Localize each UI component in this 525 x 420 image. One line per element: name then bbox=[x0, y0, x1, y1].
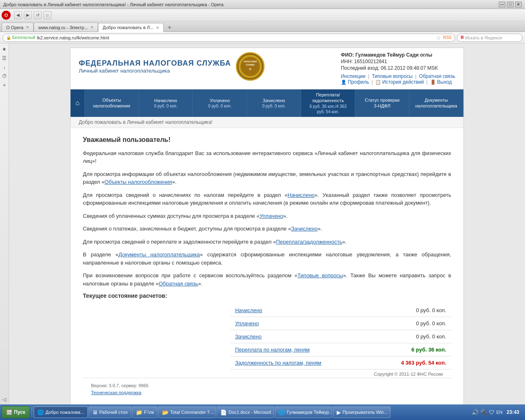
paragraph-3: Для просмотра сведений о начислениях по … bbox=[83, 191, 451, 207]
state-paid-link[interactable]: Уплачено bbox=[235, 320, 259, 326]
state-accrued-link[interactable]: Начислено bbox=[235, 307, 262, 313]
back-button[interactable]: ◀ bbox=[14, 11, 22, 19]
address-bar[interactable]: 🔒 Безопасный lk2.service.nalog.ru/lk/wel… bbox=[2, 34, 455, 42]
credited-link[interactable]: Зачислено bbox=[291, 226, 318, 232]
maximize-btn[interactable]: □ bbox=[507, 2, 514, 7]
footer-version: Версия: 3.0.7, сервер: 9965 bbox=[91, 383, 148, 388]
nav-accrued[interactable]: Начислено 0 руб. 0 коп. bbox=[139, 89, 193, 117]
sidebar-collapse-icon[interactable]: ◁ bbox=[1, 396, 8, 403]
minimize-btn[interactable]: — bbox=[499, 2, 505, 7]
site-footer: Версия: 3.0.7, сервер: 9965 Техническая … bbox=[83, 378, 451, 400]
nav-credited[interactable]: Зачислено 0 руб. 0 коп. bbox=[247, 89, 301, 117]
inspections-link[interactable]: Инспекции bbox=[341, 73, 365, 79]
forward-button[interactable]: ▶ bbox=[24, 11, 32, 19]
nav-objects[interactable]: Объектыналогообложения bbox=[85, 89, 139, 117]
nav-overpayment[interactable]: Переплата/задолженность 6 руб. 36 коп./4… bbox=[301, 89, 355, 117]
taskbar-btn-mediaplayer-label: Проигрыватель Win... bbox=[342, 410, 388, 415]
nav-home-button[interactable]: ⌂ bbox=[71, 89, 85, 117]
nav-paid[interactable]: Уплачено 0 руб. 0 коп. bbox=[193, 89, 247, 117]
window-controls[interactable]: — □ ✕ bbox=[499, 2, 522, 7]
taskbar-btn-desktop-icon: 🖥 bbox=[92, 409, 98, 415]
taskbar-btn-desktop[interactable]: 🖥 Рабочий стол bbox=[89, 406, 131, 418]
svg-text:СЛУЖБА: СЛУЖБА bbox=[246, 64, 255, 66]
page-content: ФЕДЕРАЛЬНАЯ НАЛОГОВАЯ СЛУЖБА Личный каби… bbox=[9, 43, 525, 404]
sidebar-download-icon[interactable]: ↓ bbox=[1, 64, 8, 71]
taskbar-btn-totalcmd[interactable]: 📂 Total Commander 7.... bbox=[158, 406, 216, 418]
welcome-heading: Уважаемый пользователь! bbox=[83, 136, 451, 144]
reload-button[interactable]: ↺ bbox=[34, 11, 42, 19]
site-subtitle: Личный кабинет налогоплательщика bbox=[79, 68, 231, 74]
nav-documents[interactable]: Документыналогоплательщика bbox=[409, 89, 463, 117]
address-bar-row: 🔒 Безопасный lk2.service.nalog.ru/lk/wel… bbox=[0, 32, 525, 43]
typical-q-link[interactable]: Типовые вопросы bbox=[297, 272, 343, 278]
history-link[interactable]: История действий bbox=[382, 79, 424, 85]
start-button[interactable]: 🪟 Пуск bbox=[2, 406, 30, 418]
sidebar-menu-icon[interactable]: ☰ bbox=[1, 55, 8, 62]
state-credited-link[interactable]: Зачислено bbox=[235, 333, 262, 340]
taskbar-btn-nalog[interactable]: 🌐 Гулмамедов Теймур... bbox=[275, 406, 332, 418]
taskbar-btn-word-label: Doc1.docx - Microsof... bbox=[228, 410, 274, 415]
close-btn[interactable]: ✕ bbox=[515, 2, 522, 7]
tab-opera[interactable]: O Opera ✕ bbox=[2, 23, 34, 32]
title-bar: Добро пожаловать в Личный кабинет налого… bbox=[0, 0, 525, 9]
taskbar-btn-folder-label: F:\лк bbox=[144, 410, 154, 415]
logout-link[interactable]: Выход bbox=[437, 79, 452, 85]
profile-link[interactable]: Профиль bbox=[348, 79, 369, 85]
support-link[interactable]: Техническая поддержка bbox=[91, 390, 142, 395]
tab-opera-close[interactable]: ✕ bbox=[26, 25, 29, 30]
taskbar-btn-browser[interactable]: 🌐 Добро пожалова... bbox=[34, 406, 88, 418]
feedback-link[interactable]: Обратная связь bbox=[419, 73, 455, 79]
home-button[interactable]: ⌂ bbox=[43, 11, 52, 19]
paragraph-2: Для просмотра информации об объектах нал… bbox=[83, 170, 451, 186]
breadcrumb-text: Добро пожаловать в Личный кабинет налого… bbox=[79, 119, 212, 125]
site-title: ФЕДЕРАЛЬНАЯ НАЛОГОВАЯ СЛУЖБА bbox=[79, 59, 231, 68]
nav-bar: ⌂ Объектыналогообложения Начислено 0 руб… bbox=[71, 89, 463, 117]
nav-3ndfl[interactable]: Статус проверки3-НДФЛ bbox=[355, 89, 409, 117]
taskbar-btn-folder[interactable]: 📁 F:\лк bbox=[132, 406, 158, 418]
taskbar-btn-browser-label: Добро пожалова... bbox=[46, 410, 84, 415]
system-clock: 23:43 bbox=[504, 409, 522, 415]
taskbar-btn-word[interactable]: 📄 Doc1.docx - Microsof... bbox=[217, 406, 274, 418]
typical-questions-link[interactable]: Типовые вопросы bbox=[372, 73, 413, 79]
bookmark-star-icon[interactable]: ☆ bbox=[436, 34, 441, 41]
table-row-debt: Задолженность по налогам, пеням 4 363 ру… bbox=[230, 356, 451, 370]
taskbar-divider-1 bbox=[32, 407, 32, 417]
sidebar-history-icon[interactable]: ⏱ bbox=[1, 73, 8, 80]
tray-antivirus-icon[interactable]: 🛡 bbox=[489, 409, 495, 415]
table-row-paid: Уплачено 0 руб. 0 коп. bbox=[230, 317, 451, 330]
sidebar-add-icon[interactable]: + bbox=[1, 82, 8, 89]
taskbar-btn-mediaplayer-icon: ▶ bbox=[337, 409, 341, 415]
paragraph-4: Сведения об уплаченных суммах доступны д… bbox=[83, 212, 451, 220]
sidebar-bookmark-icon[interactable]: ★ bbox=[1, 46, 8, 52]
state-debt-link[interactable]: Задолженность по налогам, пеням bbox=[235, 360, 321, 366]
state-overpayment-value: 6 руб. 36 коп. bbox=[371, 343, 451, 356]
taskbar-btn-mediaplayer[interactable]: ▶ Проигрыватель Win... bbox=[333, 406, 390, 418]
paragraph-7: В разделе «Документы налогоплательщика» … bbox=[83, 251, 451, 267]
feedback-link-2[interactable]: Обратная связь bbox=[159, 281, 198, 287]
table-row-overpayment: Переплата по налогам, пеням 6 руб. 36 ко… bbox=[230, 343, 451, 356]
tray-network-icon[interactable]: 🔌 bbox=[480, 409, 487, 415]
nav-overpayment-label: Переплата/задолженность bbox=[305, 92, 351, 104]
objects-link[interactable]: Объекты налогообложения bbox=[105, 179, 172, 185]
paid-link[interactable]: Уплачено bbox=[260, 213, 283, 219]
tab-welcome-close[interactable]: ✕ bbox=[156, 25, 159, 30]
tab-nalog[interactable]: www.nalog.ru - Электр... ✕ bbox=[34, 23, 98, 32]
tray-language-icon[interactable]: EN bbox=[496, 410, 502, 415]
accrued-link-1[interactable]: Начислено bbox=[288, 192, 315, 198]
user-inn-value: 165100212841 bbox=[354, 59, 387, 64]
site-logo-area: ФЕДЕРАЛЬНАЯ НАЛОГОВАЯ СЛУЖБА Личный каби… bbox=[79, 52, 265, 81]
tab-bar: O Opera ✕ www.nalog.ru - Электр... ✕ Доб… bbox=[0, 21, 525, 32]
tab-add-button[interactable]: + bbox=[165, 23, 173, 32]
search-yandex-icon: Я bbox=[461, 35, 463, 40]
taskbar-btn-nalog-icon: 🌐 bbox=[278, 409, 285, 415]
state-overpayment-link[interactable]: Переплата по налогам, пеням bbox=[235, 347, 310, 353]
search-box[interactable]: Я Искать в Яндексе bbox=[457, 34, 523, 42]
opera-logo[interactable]: O bbox=[2, 11, 11, 20]
tab-nalog-close[interactable]: ✕ bbox=[90, 25, 94, 30]
browser-toolbar: O ◀ ▶ ↺ ⌂ bbox=[0, 9, 525, 21]
tab-welcome[interactable]: Добро пожаловать в Л... ✕ bbox=[98, 23, 164, 32]
documents-link[interactable]: Документы налогоплательщика bbox=[119, 251, 200, 258]
tray-volume-icon[interactable]: 🔊 bbox=[472, 409, 479, 415]
overpayment-link[interactable]: Переплата/задолженность bbox=[276, 239, 342, 245]
tab-nalog-label: www.nalog.ru - Электр... bbox=[38, 25, 88, 30]
